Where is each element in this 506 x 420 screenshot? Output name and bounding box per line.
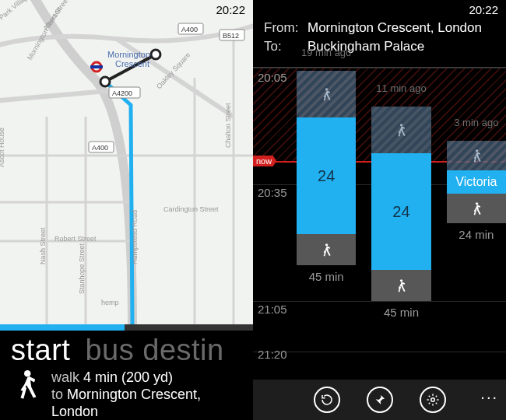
svg-text:Mornington: Mornington: [107, 50, 150, 59]
time-tick: 20:35: [258, 186, 287, 199]
svg-text:hemp: hemp: [101, 299, 119, 306]
timeline-chart[interactable]: 20:05 20:35 21:05 21:20 now 19 min ago24…: [253, 67, 506, 355]
walk-segment: [371, 107, 430, 153]
svg-text:A400: A400: [92, 144, 108, 152]
pivot-tabs[interactable]: start bus destin: [11, 334, 242, 367]
time-tick: 20:05: [258, 71, 287, 84]
to-label: To:: [264, 39, 300, 54]
svg-text:Cardington Street: Cardington Street: [163, 205, 219, 213]
svg-point-26: [24, 370, 31, 377]
svg-point-29: [400, 124, 402, 126]
pin-icon: [374, 394, 386, 406]
now-flag: now: [253, 156, 276, 166]
svg-rect-3: [90, 65, 103, 68]
refresh-icon: [320, 393, 334, 407]
svg-text:A400: A400: [181, 26, 198, 33]
from-value[interactable]: Mornington Crescent, London: [307, 20, 482, 36]
trip-duration: 45 min: [371, 306, 430, 319]
app-bar: ...: [253, 380, 506, 420]
progress-bar: [0, 324, 253, 331]
status-clock: 20:22: [216, 3, 245, 16]
svg-point-31: [476, 149, 478, 152]
directions-panel: start bus destin walk 4 min (200 yd) to …: [0, 331, 253, 420]
svg-text:Ascot House: Ascot House: [0, 128, 5, 167]
map-directions-pane: 20:22 Mornington Cres: [0, 0, 253, 420]
svg-text:Robert Street: Robert Street: [54, 235, 97, 243]
svg-text:Chalton Street: Chalton Street: [224, 103, 232, 148]
status-clock: 20:22: [469, 3, 498, 16]
walk-icon: [11, 369, 42, 400]
svg-point-0: [100, 77, 110, 86]
route-header: From: Mornington Crescent, London To: Bu…: [253, 0, 506, 64]
settings-button[interactable]: [420, 387, 446, 413]
pin-button[interactable]: [367, 387, 393, 413]
direction-step-text: walk 4 min (200 yd) to Mornington Cresce…: [51, 369, 242, 420]
svg-point-33: [430, 398, 434, 402]
walk-segment: [447, 194, 506, 223]
walk-segment: [297, 234, 356, 265]
transit-timeline-pane: 20:22 From: Mornington Crescent, London …: [253, 0, 506, 420]
svg-text:B512: B512: [223, 32, 239, 40]
svg-point-28: [325, 243, 328, 246]
gear-icon: [426, 393, 440, 407]
trip-duration: 45 min: [297, 270, 356, 283]
bus-segment: 24: [297, 117, 356, 234]
svg-point-30: [400, 279, 402, 282]
svg-text:Crescent: Crescent: [115, 59, 149, 68]
departed-ago: 3 min ago: [447, 117, 506, 128]
svg-text:Stanhope Street: Stanhope Street: [78, 243, 86, 294]
svg-text:A4200: A4200: [112, 89, 132, 97]
transit-option[interactable]: 11 min ago2445 min: [371, 68, 430, 355]
svg-text:Hampstead Road: Hampstead Road: [131, 210, 139, 264]
tab-others[interactable]: bus destin: [85, 334, 223, 366]
more-button[interactable]: ...: [480, 385, 498, 403]
walk-segment: [297, 71, 356, 117]
trip-duration: 24 min: [447, 228, 506, 241]
transit-option[interactable]: 3 min agoVictoria24 min: [447, 68, 506, 355]
tab-start[interactable]: start: [11, 334, 70, 366]
refresh-button[interactable]: [314, 387, 340, 413]
direction-step[interactable]: walk 4 min (200 yd) to Mornington Cresce…: [11, 369, 242, 420]
time-tick: 21:05: [258, 303, 287, 316]
walk-segment: [447, 141, 506, 170]
tube-segment: Victoria: [447, 170, 506, 194]
svg-text:Nash Street: Nash Street: [39, 227, 47, 264]
walk-segment: [371, 270, 430, 301]
svg-point-27: [325, 88, 328, 90]
time-tick: 21:20: [258, 348, 287, 361]
departed-ago: 19 min ago: [297, 47, 356, 58]
departed-ago: 11 min ago: [371, 83, 430, 94]
bus-segment: 24: [371, 153, 430, 270]
svg-point-1: [151, 50, 160, 59]
from-label: From:: [264, 20, 300, 36]
svg-point-32: [476, 202, 478, 205]
transit-option[interactable]: 19 min ago2445 min: [297, 68, 356, 355]
underground-roundel-icon: [90, 62, 103, 72]
